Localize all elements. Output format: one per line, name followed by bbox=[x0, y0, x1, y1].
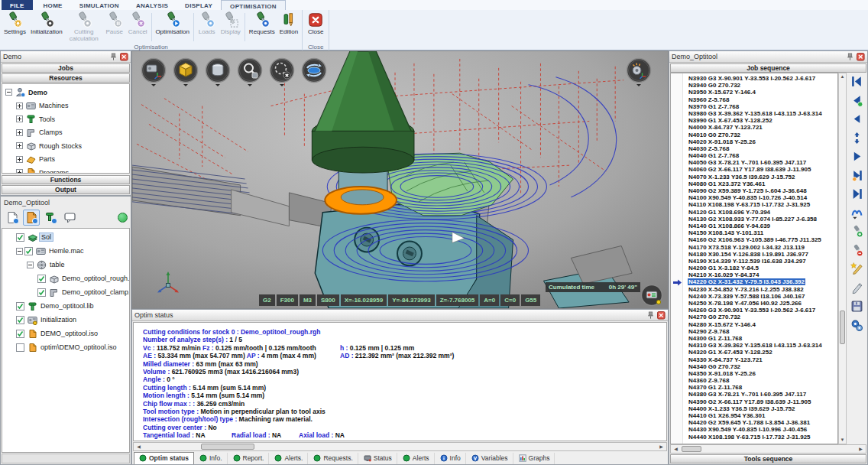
tab-optim-status[interactable]: Optim status bbox=[134, 452, 194, 464]
tree-item-clamps[interactable]: Clamps bbox=[2, 126, 129, 140]
tool-remove-button[interactable] bbox=[850, 244, 863, 257]
optitool-bottom-scrollbar[interactable] bbox=[2, 454, 130, 463]
gcode-line[interactable]: N4090 G2 X59.389 Y-1.725 I-.604 J-36.648 bbox=[688, 187, 837, 194]
tree-item-optim-demo-optitool-iso[interactable]: optim\DEMO_optitool.iso bbox=[2, 340, 129, 354]
tab-info[interactable]: Info bbox=[436, 453, 466, 464]
gcode-line[interactable]: N4000 X-84.737 Y-123.721 bbox=[688, 124, 837, 131]
tab-alerts[interactable]: Alerts bbox=[398, 453, 435, 464]
gcode-line[interactable]: N4110 X108.198 Y-63.715 I-17.732 J-31.92… bbox=[688, 201, 837, 208]
tree-item-initialization[interactable]: Initialization bbox=[2, 313, 129, 327]
close-icon[interactable] bbox=[657, 311, 666, 320]
gcode-line[interactable]: N3960 Z-5.768 bbox=[688, 96, 837, 103]
tree-item-machines[interactable]: Machines bbox=[2, 99, 129, 113]
pin-icon[interactable] bbox=[846, 53, 854, 61]
checkbox[interactable] bbox=[37, 288, 46, 297]
optim-hscrollbar[interactable]: ◀ ▶ bbox=[133, 442, 667, 451]
gcode-line[interactable]: N4320 G1 X-67.453 Y-128.252 bbox=[688, 349, 837, 356]
gcode-line[interactable]: N4150 X108.143 Y-101.311 bbox=[688, 229, 837, 236]
gcode-line[interactable]: N4200 G1 X-3.182 Y-84.5 bbox=[688, 265, 837, 272]
jobs-bar[interactable]: Jobs bbox=[2, 63, 130, 73]
dropdown-arrow-icon[interactable] bbox=[248, 84, 252, 89]
job-sequence-bar[interactable]: Job sequence bbox=[670, 63, 866, 73]
gcode-line[interactable]: N4250 X-78.198 Y-47.056 I40.92 J25.266 bbox=[688, 300, 837, 307]
options-button[interactable] bbox=[850, 319, 863, 332]
gcode-line[interactable]: N4180 X30.154 Y-126.838 I-19.891 J36.977 bbox=[688, 251, 837, 258]
view-stock-button[interactable] bbox=[204, 57, 232, 89]
close-icon[interactable] bbox=[857, 53, 865, 61]
step-back-button[interactable] bbox=[850, 112, 863, 125]
close-button[interactable]: Close bbox=[304, 11, 327, 37]
gcode-line[interactable]: N4390 G2 X-66.117 Y17.89 I38.639 J-11.90… bbox=[688, 398, 837, 405]
gcode-line[interactable]: N3930 G3 X-90.901 Y-33.553 I-20.562 J-6.… bbox=[688, 75, 837, 82]
gcode-line[interactable]: N4100 X90.549 Y-40.835 I-10.726 J-40.514 bbox=[688, 194, 837, 201]
tool-add-button[interactable] bbox=[850, 225, 863, 238]
checkbox[interactable] bbox=[16, 316, 24, 324]
expand-icon[interactable] bbox=[16, 115, 23, 122]
gcode-line[interactable]: N4050 G3 X-78.21 Y-.701 I-60.395 J47.117 bbox=[688, 159, 837, 166]
tab-info[interactable]: Info. bbox=[195, 453, 228, 464]
gcode-line[interactable]: N4210 X-16.029 Y-84.374 bbox=[688, 272, 837, 278]
settings-button[interactable]: Settings bbox=[2, 11, 28, 37]
gcode-line[interactable]: N4340 G0 Z70.732 bbox=[688, 363, 837, 370]
gcode-line[interactable]: N4360 Z-9.768 bbox=[688, 377, 837, 384]
gcode-line[interactable]: N4230 X-54.852 Y-73.216 I-2.255 J38.382 bbox=[688, 286, 837, 293]
tree-item-rough-stocks[interactable]: Rough Stocks bbox=[2, 139, 129, 153]
dropdown-arrow-icon[interactable] bbox=[151, 84, 156, 89]
checkbox[interactable] bbox=[24, 247, 33, 255]
machine-state-gauge[interactable] bbox=[640, 284, 663, 307]
expand-icon[interactable] bbox=[16, 129, 23, 136]
expand-icon[interactable] bbox=[16, 102, 23, 109]
pin-icon[interactable] bbox=[646, 311, 655, 320]
gcode-hscrollbar[interactable]: ◀ ▶ bbox=[670, 444, 866, 454]
view-orient-button[interactable] bbox=[140, 57, 167, 89]
expand-icon[interactable] bbox=[16, 142, 23, 149]
expand-icon[interactable] bbox=[16, 156, 23, 163]
gcode-line[interactable]: N4140 G1 X108.866 Y-94.639 bbox=[688, 223, 837, 229]
checkbox[interactable] bbox=[16, 330, 24, 338]
gcode-line[interactable]: N4330 X-84.737 Y-123.721 bbox=[688, 356, 837, 363]
gcode-line[interactable]: N4120 G1 X108.696 Y-70.394 bbox=[688, 209, 837, 216]
gcode-line[interactable]: N4410 G1 X26.954 Y36.301 bbox=[688, 412, 837, 419]
go-previous-button[interactable] bbox=[850, 94, 863, 107]
requests-button[interactable]: Requests bbox=[247, 11, 277, 37]
gcode-line[interactable]: N4240 X-73.339 Y-57.588 I18.106 J40.167 bbox=[688, 293, 837, 300]
gcode-vscrollbar[interactable]: ▲ ▼ bbox=[838, 73, 847, 444]
dropdown-arrow-icon[interactable] bbox=[215, 84, 220, 89]
edition-button[interactable]: Edition bbox=[277, 11, 300, 37]
gcode-line[interactable]: N4030 Z-5.768 bbox=[688, 145, 837, 152]
checkbox[interactable] bbox=[37, 275, 46, 283]
ribbon-tab-file[interactable]: FILE bbox=[2, 0, 33, 10]
ribbon-tab-display[interactable]: DISPLAY bbox=[177, 0, 221, 10]
output-bar[interactable]: Output bbox=[2, 185, 130, 194]
open-document-button[interactable] bbox=[23, 210, 40, 226]
tree-item-parts[interactable]: Parts bbox=[2, 153, 129, 167]
tab-report[interactable]: Report. bbox=[228, 453, 270, 464]
tree-item-sol[interactable]: Sol bbox=[2, 230, 129, 244]
tree-item-hemle-mac[interactable]: Hemle.mac bbox=[2, 244, 129, 258]
gcode-line[interactable]: N4310 G3 X-39.362 Y-135.618 I-43.115 J-6… bbox=[688, 342, 837, 349]
tree-item-demo[interactable]: Demo bbox=[2, 86, 129, 99]
functions-bar[interactable]: Functions bbox=[2, 175, 130, 184]
pin-icon[interactable] bbox=[109, 53, 118, 61]
gcode-line[interactable]: N4280 X-15.672 Y-146.4 bbox=[688, 321, 837, 328]
view-deselect-button[interactable] bbox=[268, 57, 296, 89]
collapse-icon[interactable] bbox=[5, 89, 12, 96]
checkbox[interactable] bbox=[16, 343, 24, 352]
save-button[interactable] bbox=[850, 300, 863, 313]
gcode-line[interactable]: N4380 G3 X-78.21 Y-.701 I-60.395 J47.117 bbox=[688, 391, 837, 398]
gcode-line[interactable]: N4190 X14.339 Y-112.539 I16.638 J34.297 bbox=[688, 258, 837, 265]
gcode-line[interactable]: N4010 G0 Z70.732 bbox=[688, 132, 837, 138]
viewport-3d[interactable]: Cumulated time 0h 29' 49" G2F300M3S800X=… bbox=[131, 50, 669, 309]
gcode-line[interactable]: N4370 G1 Z-11.768 bbox=[688, 384, 837, 391]
edit-button[interactable] bbox=[850, 281, 863, 294]
tab-variables[interactable]: Variables bbox=[467, 453, 513, 464]
gcode-list[interactable]: N3930 G3 X-90.901 Y-33.553 I-20.562 J-6.… bbox=[670, 73, 838, 444]
ribbon-tab-simulation[interactable]: SIMULATION bbox=[71, 0, 128, 10]
tree-item-tools[interactable]: Tools bbox=[2, 112, 129, 126]
ribbon-tab-home[interactable]: HOME bbox=[35, 0, 71, 10]
tree-item-demo-optitool-iso[interactable]: DEMO_optitool.iso bbox=[2, 327, 129, 340]
gcode-line[interactable]: N4060 G2 X-66.117 Y17.89 I38.639 J-11.90… bbox=[688, 166, 837, 173]
gcode-line[interactable]: N4170 X73.518 Y-129.002 I-34.32 J13.119 bbox=[688, 244, 837, 251]
tab-alerts[interactable]: Alerts. bbox=[270, 453, 308, 464]
checkbox[interactable] bbox=[16, 233, 24, 242]
